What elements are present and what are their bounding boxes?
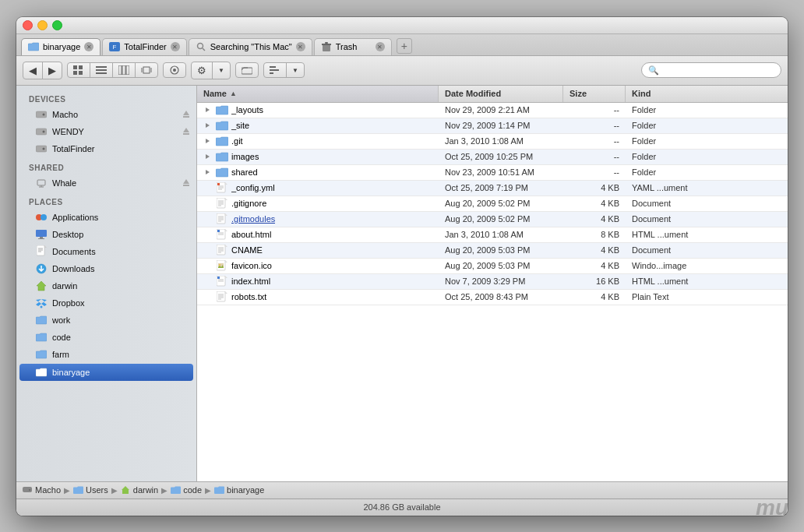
file-expand[interactable] (202, 104, 213, 115)
col-header-size[interactable]: Size (563, 86, 626, 102)
table-row[interactable]: .gitmodulesAug 20, 2009 5:02 PM4 KBDocum… (197, 212, 788, 227)
sidebar-item-farm[interactable]: farm (16, 346, 196, 363)
sidebar-item-whale[interactable]: Whale (16, 174, 196, 192)
action-dropdown[interactable]: ▼ (213, 62, 230, 79)
sidebar-icon-binaryage (35, 366, 48, 379)
tab-close-searching[interactable]: ✕ (296, 42, 305, 51)
col-kind-label: Kind (632, 89, 651, 98)
table-row[interactable]: CNAMEAug 20, 2009 5:03 PM4 KBDocument (197, 243, 788, 259)
table-row[interactable]: about.htmlJan 3, 2010 1:08 AM8 KBHTML ..… (197, 227, 788, 243)
file-name-cell: images (197, 150, 439, 163)
coverflow-view-button[interactable] (136, 63, 157, 77)
sidebar-item-applications[interactable]: Applications (16, 209, 196, 226)
icon-view-button[interactable] (68, 63, 90, 77)
sidebar-item-dropbox[interactable]: Dropbox (16, 294, 196, 312)
action-button[interactable]: ⚙ (192, 62, 213, 79)
table-row[interactable]: .gitignoreAug 20, 2009 5:02 PM4 KBDocume… (197, 196, 788, 212)
close-button[interactable] (23, 20, 33, 30)
tab-close-trash[interactable]: ✕ (376, 42, 385, 51)
arrange-dropdown[interactable]: ▼ (287, 63, 304, 77)
file-icon (216, 259, 228, 272)
breadcrumb-item-macho[interactable]: Macho (23, 485, 61, 495)
file-kind: YAML ...ument (626, 183, 788, 192)
sidebar-item-documents[interactable]: Documents (16, 243, 196, 260)
table-row[interactable]: sharedNov 23, 2009 10:51 AM--Folder (197, 165, 788, 181)
sidebar-icon-downloads (35, 262, 48, 275)
table-row[interactable]: _layoutsNov 29, 2009 2:21 AM--Folder (197, 103, 788, 118)
sidebar-label-macho: Macho (52, 110, 178, 119)
file-expand[interactable] (202, 136, 213, 146)
tab-searching[interactable]: Searching "This Mac"✕ (189, 38, 312, 55)
quick-look-button[interactable] (164, 63, 185, 77)
col-header-kind[interactable]: Kind (626, 86, 788, 102)
tab-close-totalfinder[interactable]: ✕ (171, 42, 180, 51)
table-row[interactable]: favicon.icoAug 20, 2009 5:03 PM4 KBWindo… (197, 259, 788, 274)
file-icon (216, 135, 228, 147)
arrange-button[interactable] (264, 63, 287, 77)
table-row[interactable]: _siteNov 29, 2009 1:14 PM--Folder (197, 118, 788, 134)
sidebar-item-code[interactable]: code (16, 329, 196, 346)
breadcrumb-item-binaryage[interactable]: binaryage (214, 485, 264, 495)
eject-whale[interactable] (182, 178, 190, 188)
file-size: -- (563, 167, 626, 177)
col-header-date[interactable]: Date Modified (439, 86, 563, 102)
tab-label-binaryage: binaryage (43, 42, 80, 51)
file-expand[interactable] (202, 167, 213, 178)
sidebar-label-wendy: WENDY (52, 127, 178, 136)
file-kind: Document (626, 245, 788, 255)
minimize-button[interactable] (37, 20, 48, 30)
tab-trash[interactable]: Trash✕ (314, 38, 392, 55)
tab-totalfinder[interactable]: FTotalFinder✕ (102, 38, 186, 55)
sidebar-item-desktop[interactable]: Desktop (16, 226, 196, 243)
eject-macho[interactable] (182, 110, 190, 119)
svg-point-39 (41, 214, 47, 220)
file-date: Nov 23, 2009 10:51 AM (439, 167, 563, 177)
sidebar-item-wendy[interactable]: WENDY (16, 123, 196, 140)
column-view-button[interactable] (113, 63, 136, 77)
sidebar-item-binaryage[interactable]: binaryage (19, 364, 193, 381)
col-name-label: Name (203, 89, 227, 98)
file-name-cell: index.html (197, 275, 439, 287)
breadcrumb-item-users[interactable]: Users (73, 485, 108, 495)
maximize-button[interactable] (52, 20, 62, 30)
file-date: Oct 25, 2009 8:43 PM (439, 292, 563, 301)
forward-button[interactable]: ▶ (43, 62, 62, 79)
breadcrumb-icon (23, 485, 33, 495)
sidebar-item-work[interactable]: work (16, 312, 196, 329)
statusbar: 204.86 GB available (16, 499, 788, 516)
sidebar-icon-macho (35, 108, 48, 121)
col-date-label: Date Modified (445, 89, 501, 98)
table-row[interactable]: imagesOct 25, 2009 10:25 PM--Folder (197, 150, 788, 165)
filelist: Name ▲ Date Modified Size Kind _layoutsN… (197, 86, 788, 481)
svg-rect-24 (270, 69, 279, 71)
tab-icon-totalfinder: F (109, 41, 120, 52)
sidebar-item-downloads[interactable]: Downloads (16, 260, 196, 277)
path-button[interactable] (236, 63, 258, 77)
file-size: 4 KB (563, 245, 626, 255)
sidebar-item-macho[interactable]: Macho (16, 106, 196, 123)
col-header-name[interactable]: Name ▲ (197, 86, 439, 102)
table-row[interactable]: _config.ymlOct 25, 2009 7:19 PM4 KBYAML … (197, 181, 788, 196)
tab-close-binaryage[interactable]: ✕ (84, 42, 93, 51)
sidebar-icon-totalfinder (35, 143, 48, 155)
eject-wendy[interactable] (182, 127, 190, 136)
file-expand (202, 291, 213, 302)
file-size: 4 KB (563, 214, 626, 224)
sidebar-item-totalfinder[interactable]: TotalFinder (16, 140, 196, 157)
table-row[interactable]: .gitJan 3, 2010 1:08 AM--Folder (197, 134, 788, 150)
file-expand[interactable] (202, 151, 213, 162)
tab-binaryage[interactable]: binaryage✕ (21, 38, 100, 55)
breadcrumb-item-code[interactable]: code (171, 485, 202, 495)
add-tab-button[interactable]: + (397, 38, 412, 54)
file-expand[interactable] (202, 120, 213, 131)
breadcrumb-item-darwin[interactable]: darwin (121, 485, 158, 495)
breadcrumb-icon (214, 485, 224, 495)
svg-rect-5 (322, 44, 331, 45)
back-button[interactable]: ◀ (23, 62, 43, 79)
list-view-button[interactable] (90, 63, 113, 77)
file-label: shared (231, 167, 258, 177)
table-row[interactable]: index.htmlNov 7, 2009 3:29 PM16 KBHTML .… (197, 274, 788, 290)
sidebar-item-darwin[interactable]: darwin (16, 277, 196, 294)
search-input[interactable] (641, 62, 781, 78)
table-row[interactable]: robots.txtOct 25, 2009 8:43 PM4 KBPlain … (197, 290, 788, 305)
